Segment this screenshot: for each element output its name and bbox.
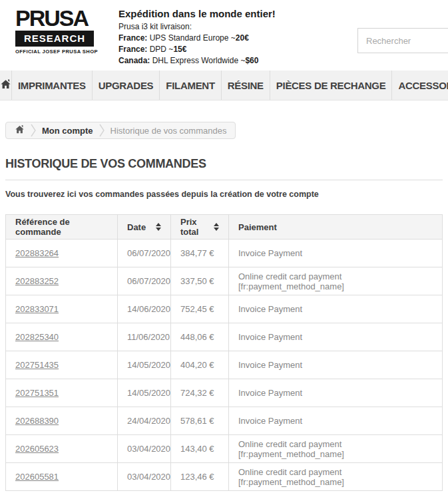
order-payment: Invoice Payment — [229, 323, 443, 351]
table-header-row: Référence de commande Date Prix total Pa… — [6, 215, 443, 240]
table-row: 202883264 06/07/2020 384,77 € Invoice Pa… — [6, 240, 443, 267]
order-date: 06/07/2020 — [118, 267, 171, 295]
order-reference-link[interactable]: 202605581 — [15, 472, 59, 482]
home-icon — [15, 124, 25, 136]
orders-table-body: 202883264 06/07/2020 384,77 € Invoice Pa… — [6, 240, 443, 491]
shipping-country: France: — [118, 33, 147, 43]
order-date: 11/06/2020 — [118, 323, 171, 351]
order-reference-link[interactable]: 202883252 — [15, 276, 59, 286]
order-reference-cell: 202833071 — [6, 295, 118, 323]
shipping-intro: Prusa i3 kit livraison: — [118, 21, 276, 33]
shipping-info: Expédition dans le monde entier! Prusa i… — [118, 8, 276, 67]
table-row: 202833071 14/06/2020 752,45 € Invoice Pa… — [6, 295, 443, 323]
order-total: 404,20 € — [171, 351, 229, 379]
sort-icon[interactable] — [214, 223, 219, 231]
order-payment: Invoice Payment — [229, 295, 443, 323]
logo-research-banner: RESEARCH — [15, 31, 94, 47]
table-row: 202825340 11/06/2020 448,06 € Invoice Pa… — [6, 323, 443, 351]
nav-item-pieces-de-rechange[interactable]: PIÈCES DE RECHANGE — [270, 71, 392, 100]
shipping-line: Canada: DHL Express Worldwide ~$60 — [118, 55, 276, 67]
order-total: 384,77 € — [171, 240, 229, 267]
order-payment: Invoice Payment — [229, 407, 443, 435]
order-reference-link[interactable]: 202883264 — [15, 248, 59, 258]
order-date: 14/05/2020 — [118, 351, 171, 379]
order-reference-link[interactable]: 202833071 — [15, 304, 59, 314]
search-input[interactable] — [357, 28, 448, 53]
order-date: 03/04/2020 — [118, 435, 171, 463]
shipping-country: France: — [118, 45, 147, 54]
order-reference-cell: 202605623 — [6, 435, 118, 463]
order-payment: Invoice Payment — [229, 351, 443, 379]
order-reference-cell: 202883252 — [6, 267, 118, 295]
order-reference-link[interactable]: 202605623 — [15, 444, 59, 454]
order-payment: Invoice Payment — [229, 379, 443, 407]
shipping-carrier: DPD ~ — [147, 45, 173, 54]
order-date: 03/04/2020 — [118, 463, 171, 491]
table-row: 202751435 14/05/2020 404,20 € Invoice Pa… — [6, 351, 443, 379]
breadcrumb-current: Historique de vos commandes — [111, 126, 227, 136]
order-reference-cell: 202605581 — [6, 463, 118, 491]
chevron-right-icon — [31, 124, 36, 137]
breadcrumb-home-link[interactable] — [15, 124, 25, 136]
order-reference-cell: 202751351 — [6, 379, 118, 407]
nav-home-button[interactable] — [0, 71, 11, 100]
logo-tagline: OFFICIAL JOSEF PRUSA SHOP — [15, 49, 94, 55]
order-date: 24/04/2020 — [118, 407, 171, 435]
table-row: 202605623 03/04/2020 143,40 € Online cre… — [6, 435, 443, 463]
order-reference-cell: 202688390 — [6, 407, 118, 435]
nav-item-accessoires[interactable]: ACCESSOIRES — [391, 71, 448, 100]
shipping-carrier: UPS Standard Europe ~ — [147, 33, 235, 43]
order-reference-link[interactable]: 202751435 — [15, 360, 59, 370]
shipping-country: Canada: — [118, 56, 150, 65]
order-total: 123,46 € — [171, 463, 229, 491]
order-payment: Online credit card payment [fr:payment_m… — [229, 435, 443, 463]
order-total: 337,50 € — [171, 267, 229, 295]
nav-item-upgrades[interactable]: UPGRADES — [92, 71, 160, 100]
logo-wordmark: PRUSA — [15, 7, 94, 29]
order-date: 14/06/2020 — [118, 295, 171, 323]
order-reference-cell: 202883264 — [6, 240, 118, 267]
shipping-line: France: UPS Standard Europe ~20€ — [118, 33, 276, 44]
order-total: 578,61 € — [171, 407, 229, 435]
header-date-label: Date — [127, 222, 146, 232]
order-reference-cell: 202751435 — [6, 351, 118, 379]
page: PRUSA RESEARCH OFFICIAL JOSEF PRUSA SHOP… — [0, 0, 448, 499]
header-price-label: Prix total — [180, 217, 214, 237]
order-reference-link[interactable]: 202688390 — [15, 416, 59, 426]
header-price: Prix total — [171, 215, 229, 240]
order-total: 143,40 € — [171, 435, 229, 463]
header-date: Date — [118, 215, 171, 240]
shipping-title: Expédition dans le monde entier! — [118, 8, 276, 19]
title-divider — [5, 180, 443, 180]
nav-item-filament[interactable]: FILAMENT — [159, 71, 220, 100]
breadcrumb: Mon compte Historique de vos commandes — [5, 122, 236, 139]
main-nav: IMPRIMANTES UPGRADES FILAMENT RÉSINE PIÈ… — [0, 71, 448, 100]
table-row: 202751351 14/05/2020 724,32 € Invoice Pa… — [6, 379, 443, 407]
order-reference-cell: 202825340 — [6, 323, 118, 351]
shipping-price: 15€ — [173, 45, 186, 54]
order-payment: Invoice Payment — [229, 240, 443, 267]
prusa-logo[interactable]: PRUSA RESEARCH OFFICIAL JOSEF PRUSA SHOP — [15, 7, 94, 55]
order-reference-link[interactable]: 202751351 — [15, 388, 59, 398]
orders-table: Référence de commande Date Prix total Pa… — [5, 214, 443, 491]
order-payment: Online credit card payment [fr:payment_m… — [229, 267, 443, 295]
shipping-line: France: DPD ~15€ — [118, 44, 276, 55]
table-row: 202688390 24/04/2020 578,61 € Invoice Pa… — [6, 407, 443, 435]
order-date: 06/07/2020 — [118, 240, 171, 267]
order-date: 14/05/2020 — [118, 379, 171, 407]
shipping-price: $60 — [245, 56, 258, 65]
sort-icon[interactable] — [156, 223, 161, 231]
order-reference-link[interactable]: 202825340 — [15, 332, 59, 342]
shipping-carrier: DHL Express Worldwide ~ — [150, 56, 245, 65]
order-total: 724,32 € — [171, 379, 229, 407]
breadcrumb-mon-compte[interactable]: Mon compte — [42, 126, 93, 136]
shipping-price: 20€ — [236, 33, 249, 43]
header-payment: Paiement — [229, 215, 443, 240]
table-row: 202883252 06/07/2020 337,50 € Online cre… — [6, 267, 443, 295]
nav-item-imprimantes[interactable]: IMPRIMANTES — [11, 71, 92, 100]
chevron-right-icon — [99, 124, 105, 137]
nav-item-resine[interactable]: RÉSINE — [221, 71, 270, 100]
table-row: 202605581 03/04/2020 123,46 € Online cre… — [6, 463, 443, 491]
order-total: 752,45 € — [171, 295, 229, 323]
order-payment: Online credit card payment [fr:payment_m… — [229, 463, 443, 491]
